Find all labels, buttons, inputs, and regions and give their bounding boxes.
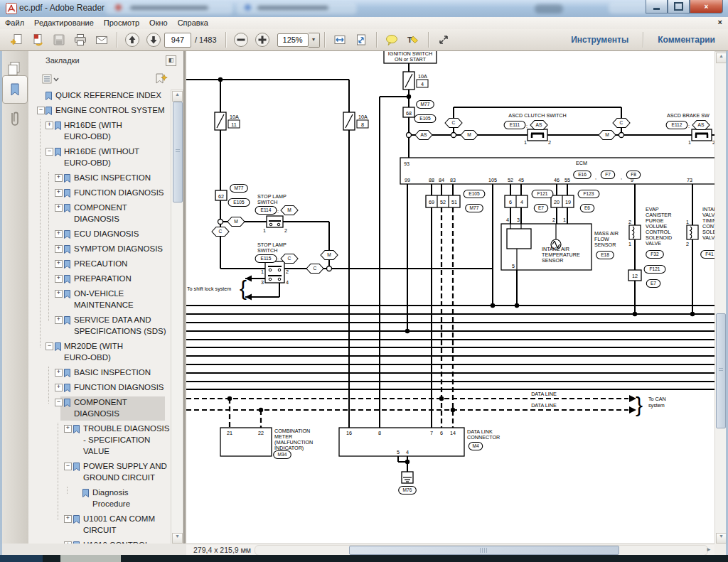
scroll-right-icon[interactable]: ► xyxy=(706,546,712,553)
menubar-close-icon[interactable]: × xyxy=(718,18,722,26)
new-bookmark-button[interactable] xyxy=(154,72,168,85)
collapse-icon[interactable]: − xyxy=(46,342,53,350)
junction-dot xyxy=(405,460,410,464)
bookmark-item[interactable]: +SYMPTOM DIAGNOSIS xyxy=(28,243,171,258)
fit-width-button[interactable] xyxy=(330,31,350,49)
connector-junction-ring xyxy=(451,133,456,138)
fit-page-button[interactable] xyxy=(351,31,371,49)
expand-icon[interactable]: + xyxy=(55,189,63,197)
page-thumbnails-icon xyxy=(7,61,21,77)
menu-file[interactable]: Файл xyxy=(0,17,29,29)
scroll-down-button[interactable]: ▼ xyxy=(172,533,183,544)
bookmark-item[interactable]: +SERVICE DATA ANDSPECIFICATIONS (SDS) xyxy=(28,314,171,340)
print-button[interactable] xyxy=(70,31,90,49)
bookmark-item[interactable]: +U1010 CONTROL xyxy=(28,539,171,544)
diagram-label: : xyxy=(526,123,528,129)
bookmark-label: HR16DE (WITHOUTEURO-OBD) xyxy=(64,146,139,168)
diagram-label: 1 xyxy=(263,227,266,234)
scroll-up-button[interactable]: ▲ xyxy=(172,91,183,102)
bookmark-item[interactable]: +PREPARATION xyxy=(28,273,171,288)
bookmark-item[interactable]: −ENGINE CONTROL SYSTEM xyxy=(28,104,171,119)
bookmark-item[interactable]: +TROUBLE DIAGNOSIS- SPECIFICATIONVALUE xyxy=(28,423,171,460)
bookmarks-tab[interactable] xyxy=(2,75,28,104)
collapse-icon[interactable]: − xyxy=(64,463,72,470)
connector-id-label: E105 xyxy=(469,191,480,196)
highlight-text-button[interactable]: T xyxy=(403,31,423,49)
diagram-label: INDICATOR) xyxy=(274,445,304,451)
minimize-button[interactable] xyxy=(646,0,668,13)
expand-icon[interactable]: + xyxy=(55,174,63,182)
zoom-in-button[interactable] xyxy=(252,31,272,49)
bookmarks-scrollbar[interactable]: ▲ ▼ xyxy=(171,90,183,544)
bookmark-item[interactable]: QUICK REFERENCE INDEX xyxy=(28,90,171,104)
bookmarks-panel: Закладки ◧ QUICK REFERENCE INDEX−ENGINE … xyxy=(28,51,183,544)
bookmark-item[interactable]: +ON-VEHICLEMAINTENANCE xyxy=(28,288,171,314)
expand-icon[interactable]: + xyxy=(55,245,63,253)
adobe-send-button[interactable] xyxy=(28,31,48,49)
previous-page-button[interactable] xyxy=(122,31,142,49)
document-horizontal-scrollbar[interactable] xyxy=(255,545,708,556)
scrollbar-thumb[interactable] xyxy=(349,546,619,555)
bookmark-item[interactable]: +ECU DIAGNOSIS xyxy=(28,228,171,243)
bookmark-label: FUNCTION DIAGNOSIS xyxy=(74,187,164,198)
expand-icon[interactable]: + xyxy=(64,541,72,544)
expand-icon[interactable]: + xyxy=(55,316,63,324)
expand-icon[interactable]: + xyxy=(64,515,72,523)
collapse-icon[interactable]: − xyxy=(55,399,63,406)
title-bar[interactable]: ec.pdf - Adobe Reader × xyxy=(0,0,728,18)
scrollbar-thumb[interactable] xyxy=(173,102,183,202)
expand-icon[interactable]: + xyxy=(55,230,63,238)
bookmark-item[interactable]: −POWER SUPPLY ANDGROUND CIRCUIT xyxy=(28,460,171,487)
tools-panel-button[interactable]: Инструменты xyxy=(561,35,638,45)
bookmark-item[interactable]: −COMPONENTDIAGNOSIS xyxy=(28,396,171,423)
page-number-input[interactable] xyxy=(164,33,191,48)
bookmark-label: COMPONENTDIAGNOSIS xyxy=(74,396,127,419)
expand-icon[interactable]: + xyxy=(55,260,63,268)
bookmark-item[interactable]: +HR16DE (WITHEURO-OBD) xyxy=(28,119,171,146)
expand-icon[interactable]: + xyxy=(55,369,63,377)
document-page[interactable]: 10A410A1110A8M77E105E111E112E16F7F8E105M… xyxy=(186,51,714,544)
diagram-label: 1 xyxy=(563,217,566,223)
bookmark-item[interactable]: DiagnosisProcedure xyxy=(28,487,171,513)
scroll-down-button[interactable]: ▼ xyxy=(716,533,727,544)
fullscreen-button[interactable] xyxy=(434,31,454,49)
collapse-icon[interactable]: − xyxy=(46,148,53,156)
expand-icon[interactable]: + xyxy=(64,425,72,433)
menu-window[interactable]: Окно xyxy=(144,17,173,29)
comments-panel-button[interactable]: Комментарии xyxy=(648,35,725,45)
bookmark-item[interactable]: −MR20DE (WITHEURO-OBD) xyxy=(28,340,171,367)
bookmark-item[interactable]: +COMPONENTDIAGNOSIS xyxy=(28,202,171,228)
diagram-label: 1 xyxy=(628,241,631,247)
bookmark-item[interactable]: +U1001 CAN COMMCIRCUIT xyxy=(28,513,171,539)
expand-icon[interactable]: + xyxy=(55,384,63,391)
menu-help[interactable]: Справка xyxy=(173,17,213,29)
expand-icon[interactable]: + xyxy=(55,275,63,283)
next-page-button[interactable] xyxy=(144,31,164,49)
bookmark-item[interactable]: +FUNCTION DIAGNOSIS xyxy=(28,187,171,202)
scroll-up-button[interactable]: ▲ xyxy=(716,53,727,63)
zoom-level-value[interactable]: 125% xyxy=(277,33,309,47)
save-button[interactable] xyxy=(49,31,69,49)
bookmark-item[interactable]: +FUNCTION DIAGNOSIS xyxy=(28,382,171,396)
bookmark-item[interactable]: −HR16DE (WITHOUTEURO-OBD) xyxy=(28,146,171,172)
zoom-dropdown-button[interactable]: ▾ xyxy=(309,33,320,48)
email-button[interactable] xyxy=(92,31,112,49)
scroll-left-icon[interactable]: ◄ xyxy=(243,546,249,553)
menu-edit[interactable]: Редактирование xyxy=(29,17,99,29)
bookmark-item[interactable]: +BASIC INSPECTION xyxy=(28,367,171,382)
bookmark-item[interactable]: +BASIC INSPECTION xyxy=(28,172,171,187)
bookmarks-options-button[interactable] xyxy=(41,72,64,86)
panel-collapse-button[interactable]: ◧ xyxy=(166,55,176,66)
open-file-button[interactable] xyxy=(6,31,26,49)
maximize-button[interactable] xyxy=(668,0,690,13)
close-button[interactable]: × xyxy=(690,0,723,13)
expand-icon[interactable]: + xyxy=(46,121,53,129)
bookmark-item[interactable]: +PRECAUTION xyxy=(28,258,171,273)
zoom-out-button[interactable] xyxy=(231,31,251,49)
scrollbar-thumb[interactable] xyxy=(716,313,726,428)
menu-view[interactable]: Просмотр xyxy=(99,17,144,29)
attachments-tab[interactable] xyxy=(2,105,26,132)
expand-icon[interactable]: + xyxy=(55,204,63,212)
expand-icon[interactable]: + xyxy=(55,290,63,298)
sticky-note-button[interactable] xyxy=(382,31,402,49)
